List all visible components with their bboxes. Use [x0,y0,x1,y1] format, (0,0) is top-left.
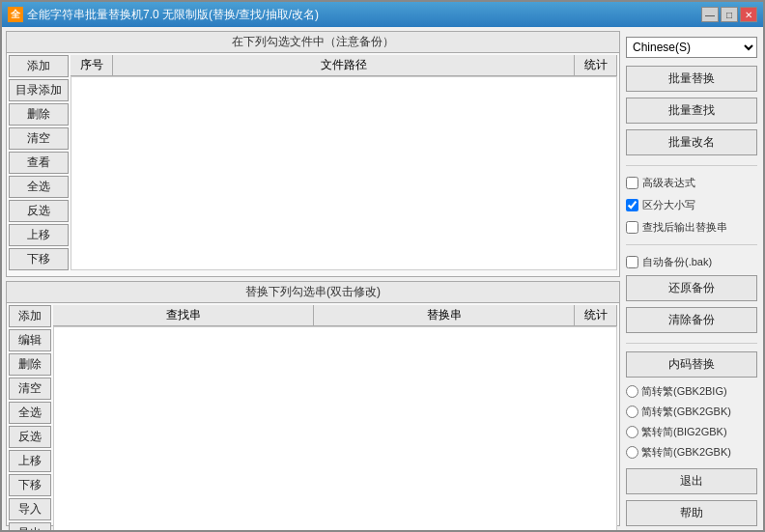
strings-table-header: 查找串 替换串 统计 [53,305,617,326]
strings-invert-sel-button[interactable]: 反选 [9,426,51,448]
output-after-search-checkbox[interactable] [626,221,638,234]
files-clear-button[interactable]: 清空 [9,127,69,150]
restore-backup-button[interactable]: 还原备份 [626,275,757,301]
advanced-regex-row: 高级表达式 [626,174,757,192]
files-table-body[interactable] [71,76,617,270]
strings-table-body[interactable] [53,326,617,531]
strings-move-down-button[interactable]: 下移 [9,474,51,496]
files-table-header: 序号 文件路径 统计 [71,55,617,76]
output-after-search-row: 查找后输出替换串 [626,218,757,237]
files-add-button[interactable]: 添加 [9,55,69,77]
radio-label-2: 繁转简(BIG2GBK) [641,425,727,439]
col-search-header: 查找串 [53,305,314,325]
radio-label-1: 简转繁(GBK2GBK) [641,405,731,419]
files-delete-button[interactable]: 删除 [9,103,69,126]
files-view-button[interactable]: 查看 [9,152,69,174]
advanced-regex-label: 高级表达式 [642,176,695,190]
case-sensitive-row: 区分大小写 [626,196,757,214]
strings-edit-button[interactable]: 编辑 [9,329,51,351]
app-icon: 全 [8,7,23,22]
col-seq-header: 序号 [71,55,113,75]
window-title: 全能字符串批量替换机7.0 无限制版(替换/查找/抽取/改名) [27,7,319,23]
divider-2 [626,244,757,245]
col-strings-stat-header: 统计 [575,305,617,325]
divider-1 [626,165,757,166]
left-panel: 在下列勾选文件中（注意备份） 添加 目录添加 删除 清空 查看 全选 反选 上移… [6,31,620,526]
radio-label-3: 繁转简(GBK2GBK) [641,445,731,460]
files-table: 序号 文件路径 统计 [71,55,617,270]
main-content: 在下列勾选文件中（注意备份） 添加 目录添加 删除 清空 查看 全选 反选 上移… [2,27,763,530]
radio-simp-trad-gbk2big[interactable] [626,385,638,398]
clear-backup-button[interactable]: 清除备份 [626,307,757,333]
radio-trad-simp-big2gbk[interactable] [626,426,638,438]
minimize-button[interactable]: — [701,7,719,22]
files-section-header: 在下列勾选文件中（注意备份） [7,32,619,53]
strings-add-button[interactable]: 添加 [9,305,51,327]
files-select-all-button[interactable]: 全选 [9,176,69,198]
files-add-dir-button[interactable]: 目录添加 [9,79,69,101]
strings-move-up-button[interactable]: 上移 [9,450,51,472]
strings-export-button[interactable]: 导出 [9,522,51,531]
close-button[interactable]: ✕ [740,7,757,22]
exit-button[interactable]: 退出 [626,468,757,494]
strings-button-col: 添加 编辑 删除 清空 全选 反选 上移 下移 导入 导出 [9,305,51,531]
strings-select-all-button[interactable]: 全选 [9,402,51,424]
col-path-header: 文件路径 [113,55,575,75]
auto-bak-label: 自动备份(.bak) [642,255,712,269]
lang-select-row: Chinese(S) Chinese(T) English [626,33,757,62]
radio-row-0: 简转繁(GBK2BIG) [626,383,757,400]
radio-simp-trad-gbk2gbk[interactable] [626,406,638,418]
radio-row-1: 简转繁(GBK2GBK) [626,404,757,420]
files-section: 在下列勾选文件中（注意备份） 添加 目录添加 删除 清空 查看 全选 反选 上移… [6,31,620,277]
strings-import-button[interactable]: 导入 [9,498,51,520]
help-button[interactable]: 帮助 [626,500,757,526]
radio-row-2: 繁转简(BIG2GBK) [626,424,757,440]
case-sensitive-label: 区分大小写 [642,198,695,212]
main-window: 全 全能字符串批量替换机7.0 无限制版(替换/查找/抽取/改名) — □ ✕ … [0,0,765,532]
strings-delete-button[interactable]: 删除 [9,353,51,376]
strings-table: 查找串 替换串 统计 [53,305,617,531]
title-bar-left: 全 全能字符串批量替换机7.0 无限制版(替换/查找/抽取/改名) [8,7,319,23]
col-stat-header: 统计 [575,55,617,75]
batch-rename-button[interactable]: 批量改名 [626,129,757,155]
advanced-regex-checkbox[interactable] [626,177,638,189]
strings-section-header: 替换下列勾选串(双击修改) [7,282,619,303]
auto-bak-row: 自动备份(.bak) [626,253,757,271]
maximize-button[interactable]: □ [721,7,738,22]
radio-label-0: 简转繁(GBK2BIG) [641,384,727,399]
internal-code-replace-button[interactable]: 内码替换 [626,351,757,378]
strings-clear-button[interactable]: 清空 [9,378,51,400]
right-panel: Chinese(S) Chinese(T) English 批量替换 批量查找 … [624,31,759,526]
title-controls: — □ ✕ [701,7,757,22]
radio-row-3: 繁转简(GBK2GBK) [626,444,757,461]
files-button-col: 添加 目录添加 删除 清空 查看 全选 反选 上移 下移 [9,55,69,270]
files-invert-sel-button[interactable]: 反选 [9,200,69,222]
case-sensitive-checkbox[interactable] [626,199,638,211]
divider-3 [626,343,757,344]
batch-search-button[interactable]: 批量查找 [626,98,757,124]
files-section-body: 添加 目录添加 删除 清空 查看 全选 反选 上移 下移 序号 文件路径 [7,53,619,272]
files-move-down-button[interactable]: 下移 [9,248,69,270]
strings-section: 替换下列勾选串(双击修改) 添加 编辑 删除 清空 全选 反选 上移 下移 导入… [6,281,620,527]
radio-trad-simp-gbk2gbk[interactable] [626,446,638,459]
strings-section-body: 添加 编辑 删除 清空 全选 反选 上移 下移 导入 导出 查找串 [7,303,619,531]
col-replace-header: 替换串 [314,305,575,325]
title-bar: 全 全能字符串批量替换机7.0 无限制版(替换/查找/抽取/改名) — □ ✕ [2,2,763,27]
language-select[interactable]: Chinese(S) Chinese(T) English [626,37,757,58]
batch-replace-button[interactable]: 批量替换 [626,66,757,92]
output-after-search-label: 查找后输出替换串 [642,220,727,235]
auto-bak-checkbox[interactable] [626,256,638,268]
files-move-up-button[interactable]: 上移 [9,224,69,246]
